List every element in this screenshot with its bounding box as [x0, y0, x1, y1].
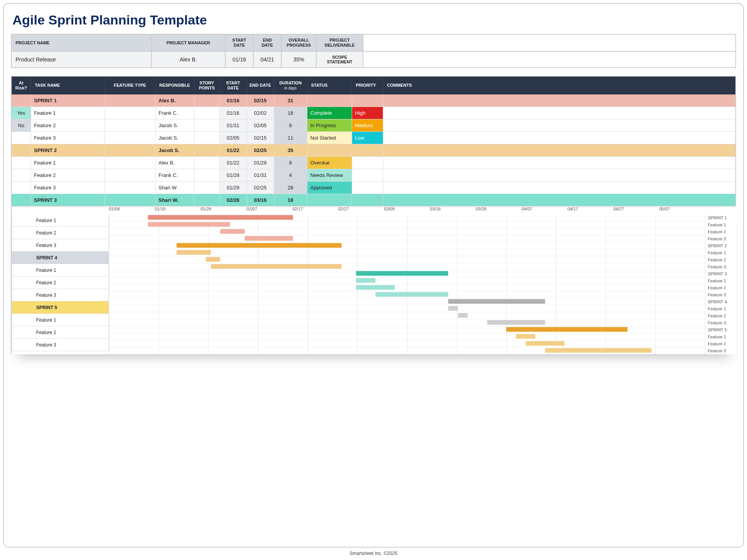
gantt-right-label: Feature 3 — [705, 347, 736, 354]
gantt-row-label[interactable]: SPRINT 5 — [12, 301, 109, 314]
table-row[interactable]: YesFeature 1Frank C.01/1602/0218Complete… — [11, 107, 736, 119]
gantt-right-label: Feature 3 — [705, 235, 736, 242]
gantt-right-label: Feature 2 — [705, 256, 736, 263]
th-story-points: STORY POINTS — [194, 76, 219, 94]
gantt-right-label: SPRINT 1 — [705, 214, 736, 221]
gantt-right-label: SPRINT 2 — [705, 242, 736, 249]
th-priority: PRIORITY — [352, 76, 383, 94]
gantt-bar[interactable] — [356, 271, 448, 276]
th-task-name: TASK NAME — [31, 76, 105, 94]
table-row[interactable]: Feature 2Frank C.01/2801/314Needs Review — [11, 169, 736, 181]
val-blank[interactable] — [363, 51, 736, 68]
hdr-overall-progress: OVERALL PROGRESS — [281, 34, 316, 51]
gantt-row-label[interactable]: Feature 3 — [12, 239, 109, 252]
gantt-bar[interactable] — [545, 348, 652, 353]
table-row[interactable]: Feature 3Jacob S.02/0502/1511Not Started… — [11, 131, 736, 144]
gantt-bar[interactable] — [177, 243, 341, 248]
gantt-date-axis: 01/0801/1801/2802/0702/1702/2703/0803/18… — [109, 206, 705, 214]
gantt-bar-row — [109, 214, 705, 221]
gantt-bar[interactable] — [516, 334, 535, 339]
project-info-table: PROJECT NAME PROJECT MANAGER START DATE … — [11, 34, 736, 68]
gantt-chart: Feature 1Feature 2Feature 3SPRINT 4Featu… — [11, 206, 736, 354]
gantt-row-label[interactable]: Feature 1 — [12, 214, 109, 227]
gantt-right-labels: SPRINT 1Feature 1Feature 2Feature 3SPRIN… — [705, 206, 736, 354]
gantt-right-label: Feature 1 — [705, 305, 736, 312]
gantt-bar-row — [109, 221, 705, 228]
gantt-bar[interactable] — [148, 215, 293, 220]
gantt-bar[interactable] — [211, 264, 342, 269]
gantt-row-label[interactable]: Feature 1 — [12, 264, 109, 276]
gantt-bar-row — [109, 235, 705, 242]
table-row[interactable]: Feature 1Alex B.01/2201/298Overdue — [11, 156, 736, 169]
gantt-bar[interactable] — [356, 285, 395, 290]
gantt-right-label: Feature 3 — [705, 319, 736, 326]
val-project-manager[interactable]: Alex B. — [151, 51, 225, 68]
gantt-bar-row — [109, 312, 705, 319]
gantt-bar-row — [109, 298, 705, 305]
gantt-right-label: SPRINT 5 — [705, 326, 736, 333]
gantt-row-label[interactable]: Feature 2 — [12, 326, 109, 339]
gantt-bar-row — [109, 228, 705, 235]
gantt-bar[interactable] — [356, 278, 375, 283]
gantt-right-label: SPRINT 3 — [705, 270, 736, 277]
gantt-bar-row — [109, 305, 705, 312]
gantt-bar[interactable] — [526, 341, 565, 346]
table-row[interactable]: SPRINT 2Jacob S.01/2202/2535 — [11, 144, 736, 156]
footer-copyright: Smartsheet Inc. ©2025 — [0, 551, 747, 556]
hdr-end-date: END DATE — [253, 34, 281, 51]
gantt-right-label: SPRINT 4 — [705, 298, 736, 305]
gantt-bar-row — [109, 284, 705, 291]
gantt-bar-row — [109, 256, 705, 263]
gantt-bar-row — [109, 340, 705, 347]
gantt-bar[interactable] — [177, 250, 210, 255]
gantt-right-label: Feature 1 — [705, 277, 736, 284]
th-end-date: END DATE — [247, 76, 274, 94]
th-responsible: RESPONSIBLE — [155, 76, 194, 94]
gantt-bar-row — [109, 270, 705, 277]
gantt-right-label: Feature 1 — [705, 221, 736, 228]
gantt-right-label: Feature 1 — [705, 249, 736, 256]
gantt-bar[interactable] — [375, 292, 448, 297]
gantt-bar[interactable] — [220, 229, 244, 234]
val-end-date[interactable]: 04/21 — [253, 51, 281, 68]
gantt-right-label: Feature 2 — [705, 312, 736, 319]
gantt-bar-row — [109, 319, 705, 326]
gantt-bar-row — [109, 347, 705, 354]
gantt-bar[interactable] — [245, 236, 293, 241]
hdr-blank — [363, 34, 736, 51]
table-row[interactable]: NoFeature 2Jacob S.01/3102/056In Progres… — [11, 119, 736, 131]
gantt-row-labels: Feature 1Feature 2Feature 3SPRINT 4Featu… — [12, 206, 109, 354]
page-title: Agile Sprint Planning Template — [12, 12, 736, 28]
th-start-date: START DATE — [219, 76, 247, 94]
gantt-bar[interactable] — [458, 313, 468, 318]
gantt-bar-row — [109, 249, 705, 256]
gantt-bar-row — [109, 242, 705, 249]
th-status: STATUS — [307, 76, 352, 94]
page-frame: Agile Sprint Planning Template PROJECT N… — [3, 3, 744, 548]
val-start-date[interactable]: 01/16 — [225, 51, 253, 68]
val-project-name[interactable]: Product Release — [11, 51, 151, 68]
gantt-right-label: Feature 2 — [705, 284, 736, 291]
th-comments: COMMENTS — [383, 76, 736, 94]
val-project-deliverable[interactable]: SCOPE STATEMENT — [316, 51, 363, 68]
gantt-bar[interactable] — [148, 222, 230, 227]
gantt-bar[interactable] — [506, 327, 627, 332]
gantt-bar-row — [109, 326, 705, 333]
val-overall-progress[interactable]: 35% — [281, 51, 316, 68]
gantt-row-label[interactable]: SPRINT 4 — [12, 252, 109, 264]
gantt-row-label[interactable]: Feature 1 — [12, 314, 109, 326]
gantt-row-label[interactable]: Feature 2 — [12, 276, 109, 289]
table-row[interactable]: SPRINT 1Alex B.01/1602/1531 — [11, 94, 736, 107]
gantt-bar[interactable] — [206, 257, 220, 262]
hdr-project-manager: PROJECT MANAGER — [151, 34, 225, 51]
hdr-project-name: PROJECT NAME — [11, 34, 151, 51]
gantt-row-label[interactable]: Feature 3 — [12, 339, 109, 351]
table-row[interactable]: Feature 3Shari W.01/2902/2528Approved — [11, 181, 736, 194]
gantt-bar[interactable] — [487, 320, 545, 325]
hdr-project-deliverable: PROJECT DELIVERABLE — [316, 34, 363, 51]
gantt-bar[interactable] — [448, 299, 545, 304]
table-row[interactable]: SPRINT 3Shari W.02/2803/1618 — [11, 194, 736, 206]
gantt-bar[interactable] — [448, 306, 458, 311]
gantt-row-label[interactable]: Feature 2 — [12, 227, 109, 239]
gantt-row-label[interactable]: Feature 3 — [12, 289, 109, 301]
